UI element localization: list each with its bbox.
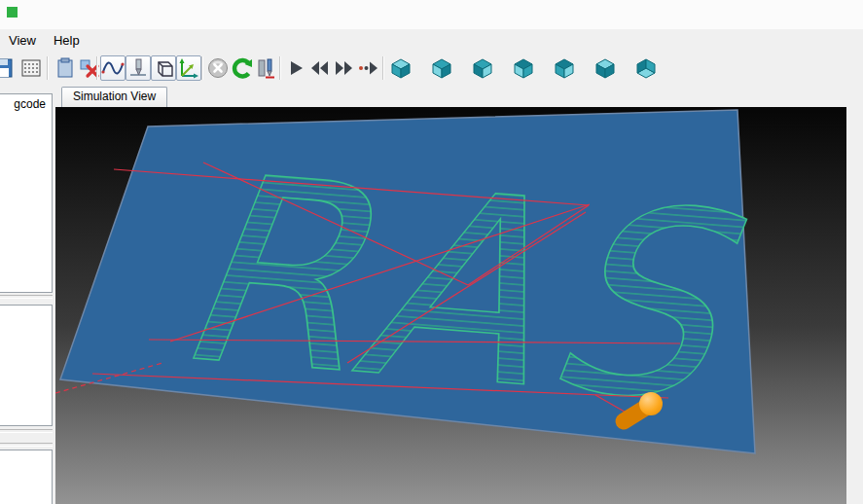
wireframe-cube-icon xyxy=(152,56,175,80)
view-back-icon xyxy=(471,56,494,80)
export-button[interactable] xyxy=(19,56,43,80)
toolbar-separator xyxy=(47,56,49,80)
sidebar-divider xyxy=(0,443,53,447)
reload-icon xyxy=(231,56,254,80)
sidebar-panel xyxy=(0,305,53,426)
title-bar xyxy=(0,0,863,29)
application-window: View Help xyxy=(0,0,863,504)
save-icon xyxy=(0,56,15,80)
stop-button[interactable] xyxy=(206,56,230,80)
view-bottom-icon xyxy=(634,56,658,80)
paste-icon xyxy=(54,56,77,80)
step-forward-icon xyxy=(357,56,380,80)
toolbar xyxy=(0,51,863,86)
simulation-scene: RAS xyxy=(55,107,846,504)
toggle-workpiece-button[interactable] xyxy=(151,55,176,81)
fast-forward-icon xyxy=(333,56,356,80)
sidebar-divider xyxy=(0,429,53,433)
view-front-button[interactable] xyxy=(430,56,453,80)
sidebar-panel xyxy=(0,450,53,504)
view-front-icon xyxy=(430,56,453,80)
play-icon xyxy=(284,56,307,80)
tool-position-icon xyxy=(255,56,278,80)
view-left-icon xyxy=(512,56,535,80)
toggle-toolpath-button[interactable] xyxy=(100,55,126,81)
file-list[interactable]: gcode xyxy=(0,93,53,293)
toolbar-separator xyxy=(96,56,98,80)
file-item[interactable]: gcode xyxy=(0,94,52,113)
toolpath-curve-icon xyxy=(101,56,125,80)
menu-bar: View Help xyxy=(0,29,863,51)
export-icon xyxy=(19,56,43,80)
play-button[interactable] xyxy=(284,56,307,80)
axes-icon xyxy=(177,56,200,80)
step-forward-button[interactable] xyxy=(357,56,380,80)
toolpath-text: RAS xyxy=(145,123,809,458)
view-right-icon xyxy=(553,56,576,80)
stop-icon xyxy=(206,56,230,80)
tab-bar: Simulation View xyxy=(55,86,846,107)
tool-position-button[interactable] xyxy=(255,56,278,80)
menu-help[interactable]: Help xyxy=(45,30,89,51)
toolpath-letters: RAS xyxy=(145,123,809,458)
view-isometric-button[interactable] xyxy=(389,56,413,80)
menu-view[interactable]: View xyxy=(0,30,45,51)
view-right-button[interactable] xyxy=(553,56,576,80)
view-back-button[interactable] xyxy=(471,56,494,80)
toggle-axes-button[interactable] xyxy=(176,55,201,81)
toolbar-separator xyxy=(279,56,281,80)
save-button[interactable] xyxy=(0,56,15,80)
view-top-button[interactable] xyxy=(593,56,617,80)
view-top-icon xyxy=(593,56,617,80)
simulation-viewport[interactable]: RAS xyxy=(55,107,846,504)
view-bottom-button[interactable] xyxy=(634,56,658,80)
rewind-button[interactable] xyxy=(307,56,331,80)
tab-simulation-view[interactable]: Simulation View xyxy=(61,87,167,107)
paste-button[interactable] xyxy=(54,56,77,80)
fast-forward-button[interactable] xyxy=(333,56,356,80)
sidebar-divider xyxy=(0,295,53,299)
view-isometric-icon xyxy=(389,56,413,80)
toolbar-separator xyxy=(382,56,384,80)
rewind-icon xyxy=(307,56,331,80)
app-icon xyxy=(7,7,18,18)
toggle-tool-button[interactable] xyxy=(126,55,151,81)
toolbar-separator xyxy=(201,56,203,80)
view-left-button[interactable] xyxy=(512,56,535,80)
cutting-tool-icon xyxy=(126,56,150,80)
reload-button[interactable] xyxy=(231,56,254,80)
